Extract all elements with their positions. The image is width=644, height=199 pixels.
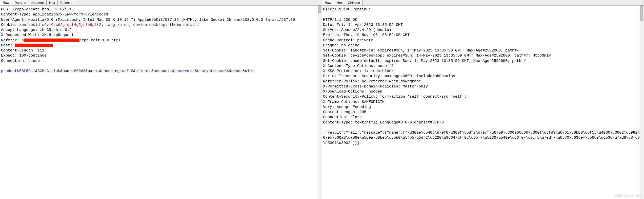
redacted-block (15, 44, 53, 47)
response-tab-raw[interactable]: Raw (322, 0, 334, 5)
response-content[interactable]: HTTP/1.1 100 Continue HTTP/1.1 200 OK Da… (322, 6, 644, 199)
response-tab-chinese[interactable]: Chinese (345, 0, 363, 5)
request-tab-raw[interactable]: Raw (0, 0, 12, 5)
response-tab-bar: RawHexChinese (322, 0, 644, 6)
redacted-block (24, 39, 79, 42)
request-pane: RawParamsHeadersHexChinese POST /repo-cr… (0, 0, 322, 199)
scroll-thumb[interactable] (318, 6, 321, 13)
request-tab-headers[interactable]: Headers (29, 0, 47, 5)
response-scrollbar[interactable] (640, 6, 644, 199)
response-tab-hex[interactable]: Hex (334, 0, 345, 5)
request-content[interactable]: POST /repo-create.html HTTP/1.1 Content-… (0, 6, 322, 199)
request-scrollbar[interactable] (318, 6, 322, 199)
request-tab-chinese[interactable]: Chinese (57, 0, 75, 5)
scroll-thumb[interactable] (640, 6, 643, 21)
response-pane: RawHexChinese HTTP/1.1 100 Continue HTTP… (322, 0, 644, 199)
request-tab-bar: RawParamsHeadersHexChinese (0, 0, 322, 6)
request-tab-params[interactable]: Params (12, 0, 29, 5)
request-tab-hex[interactable]: Hex (46, 0, 58, 5)
